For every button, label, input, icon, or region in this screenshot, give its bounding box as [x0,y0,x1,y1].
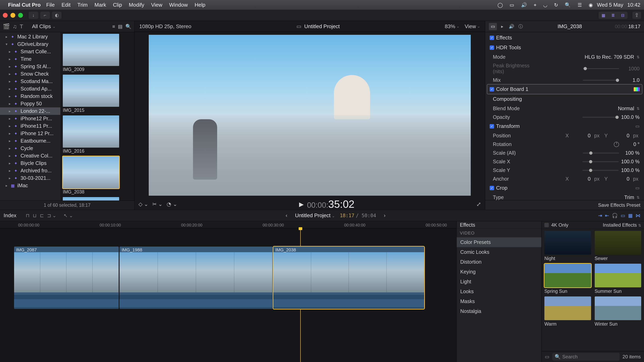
rotation-row[interactable]: Rotation0 ° [487,140,642,149]
connect-clip-icon[interactable]: ⊓ [26,213,30,218]
retime-tool-icon[interactable]: ◔ ⌄ [167,201,177,207]
filmstrip-icon[interactable]: ≡ [112,24,115,29]
keyword-button[interactable]: ⌐ [40,12,50,19]
event-row[interactable]: ▸✦Scotland Ma... [0,78,60,85]
clip-filter-dropdown[interactable]: All Clips⌄ [32,23,56,29]
solo-icon[interactable]: ▭ [621,213,625,218]
effects-category[interactable]: Distortion [457,257,541,267]
snap-icon[interactable]: ⇥ [598,213,602,218]
anchor-row[interactable]: AnchorX0pxY0px [487,175,642,183]
titles-icon[interactable]: T [20,23,23,30]
inspector-body[interactable]: ✓Effects ✓HDR Tools ModeHLG to Rec. 709 … [485,32,644,200]
event-row[interactable]: ▸✦Creative Col... [0,152,60,159]
bg-render-button[interactable]: ◐ [52,12,62,19]
transform-tool-icon[interactable]: ◇ ⌄ [138,201,148,207]
zoom-dropdown[interactable]: 83%⌄ [445,23,460,29]
menu-window[interactable]: Window [169,2,188,8]
hdr-tools-section[interactable]: ✓HDR Tools [487,43,642,52]
crop-tool-icon[interactable]: ✂ ⌄ [152,201,162,207]
browser-clip[interactable]: IMG_2038 [63,156,132,195]
overwrite-clip-icon[interactable]: ⊐ ⌄ [47,213,56,218]
timecode-display[interactable]: 00:00:35:02 [307,198,354,210]
browser-clip[interactable] [63,197,132,201]
checkbox-on-icon[interactable]: ✓ [490,186,494,190]
transform-onscreen-icon[interactable]: ▭ [635,124,640,129]
timeline-history-back[interactable]: ‹ [283,212,290,219]
control-center-icon[interactable]: ☰ [578,2,582,8]
color-board-icon[interactable] [634,87,640,91]
effects-category[interactable]: Nostalgia [457,306,541,316]
browser-clip[interactable]: IMG_2016 [63,115,132,154]
video-inspector-tab[interactable]: ▭ [489,23,497,30]
play-button[interactable]: ▶ [299,201,304,208]
fullscreen-button[interactable] [18,13,23,18]
display-icon[interactable]: ▭ [510,2,514,8]
menu-help[interactable]: Help [194,2,205,8]
event-row[interactable]: ▸✦Spring St Al... [0,63,60,70]
siri-icon[interactable]: ◉ [589,2,593,8]
browser-clip[interactable]: IMG_2015 [63,75,132,113]
menu-clip[interactable]: Clip [113,2,122,8]
save-effects-preset-button[interactable]: Save Effects Preset [598,202,640,208]
skimming-icon[interactable]: ⇤ [605,213,609,218]
menubar-time[interactable]: 10:42 [627,2,640,8]
event-row[interactable]: ▸✦Smart Colle... [0,48,60,55]
crop-type-row[interactable]: TypeTrim⇅ [487,193,642,200]
effects-search-input[interactable]: 🔍Search [552,353,620,361]
timeline-index-button[interactable]: Index [4,212,16,219]
effect-preset[interactable]: Winter Sun [595,297,642,327]
blend-mode-row[interactable]: Blend ModeNormal⇅ [487,104,642,113]
menu-view[interactable]: View [151,2,162,8]
viewer-canvas[interactable] [134,32,485,199]
checkbox-on-icon[interactable]: ✓ [490,87,494,91]
layout-segmented[interactable]: ▦≣⊟ [598,12,628,19]
menu-modify[interactable]: Modify [129,2,144,8]
audio-inspector-tab[interactable]: 🔊 [507,23,516,30]
effects-sort-dropdown[interactable]: Installed Effects ⇅ [603,222,641,228]
event-row[interactable]: ▸✦Cycle [0,145,60,152]
effect-preset[interactable]: Spring Sun [544,264,591,294]
insert-clip-icon[interactable]: ⊔ [33,213,37,218]
event-row[interactable]: ▸✦Scotland Ap... [0,85,60,92]
scale-x-row[interactable]: Scale X100.0 % [487,157,642,166]
event-row[interactable]: ▸✦Poppy 50 [0,100,60,107]
transform-section[interactable]: ✓Transform▭ [487,121,642,131]
audio-skimming-icon[interactable]: 🎧 [612,213,618,218]
event-row[interactable]: ▸✦iPhone12 Pr... [0,115,60,122]
timeline-ruler[interactable]: 00:00:00:0000:00:10:0000:00:20:0000:00:3… [0,221,456,228]
color-inspector-tab[interactable]: ▸ [498,23,506,30]
checkbox-on-icon[interactable]: ✓ [490,124,494,128]
menu-edit[interactable]: Edit [62,2,71,8]
effect-preset[interactable]: Warm [544,297,591,327]
arrow-tool-icon[interactable]: ↖ ⌄ [64,213,73,218]
layout-timeline-icon[interactable]: ≣ [608,12,618,19]
library-icon[interactable]: 🎬 [3,23,10,30]
timeline-clip[interactable]: IMG_2087 [14,247,119,309]
effects-grid[interactable]: NightSewerSpring SunSummer SunWarmWinter… [542,229,644,351]
layout-browser-icon[interactable]: ▦ [598,12,608,19]
fullscreen-icon[interactable]: ⤢ [476,201,481,207]
menubar-date[interactable]: Wed 5 May [597,2,623,8]
app-name[interactable]: Final Cut Pro [8,2,41,8]
import-button[interactable]: ↓ [28,12,38,19]
checkbox-on-icon[interactable]: ✓ [490,35,494,40]
position-row[interactable]: PositionX0pxY0px [487,131,642,140]
close-button[interactable] [3,13,8,18]
effects-section[interactable]: ✓Effects [487,33,642,42]
timeline-clip[interactable]: IMG_1988 [120,247,272,309]
menu-trim[interactable]: Trim [78,2,88,8]
event-row[interactable]: ▸✦30-03-2021... [0,174,60,182]
effects-category[interactable]: Masks [457,297,541,306]
menu-mark[interactable]: Mark [94,2,106,8]
share-button[interactable]: ⇪ [632,12,641,19]
effects-category[interactable]: Looks [457,287,541,297]
bluetooth-icon[interactable]: ⌖ [534,2,536,8]
event-row[interactable]: ▸✦Biycle Clips [0,159,60,167]
view-dropdown[interactable]: View⌄ [465,23,480,29]
event-row[interactable]: ▸✦Eastbourne... [0,137,60,145]
4k-only-checkbox[interactable] [544,223,549,227]
effects-browser-icon[interactable]: ▦ [628,213,633,218]
event-row[interactable]: ▸✦Random stock [0,92,60,100]
timeline-history-forward[interactable]: › [381,212,388,219]
search-icon[interactable]: 🔍 [126,24,132,29]
